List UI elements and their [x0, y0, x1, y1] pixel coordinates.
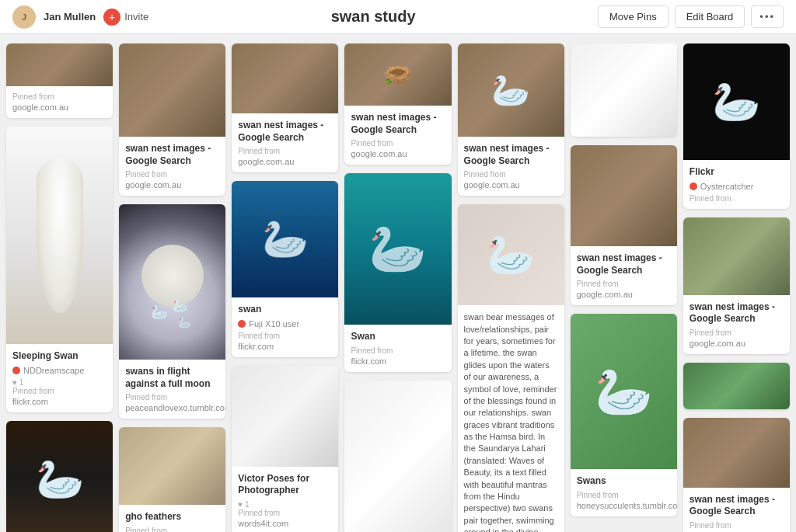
pin-user-name: Oystercatcher: [700, 182, 753, 191]
pin-card[interactable]: 🦢 Black Swan Taxidermy Bird Mount #11957…: [6, 421, 113, 532]
pin-user-name: Fuji X10 user: [249, 319, 299, 329]
pin-board: Pinned fromgoogle.com.au Sleeping Swan N…: [0, 34, 796, 532]
pin-card[interactable]: swan nest images - Google SearchPinned f…: [683, 217, 790, 354]
pin-card[interactable]: 🦢 swan bear messages of love/relationshi…: [458, 204, 564, 532]
invite-button[interactable]: + Invite: [103, 9, 148, 26]
header-right: Move Pins Edit Board •••: [598, 5, 784, 28]
pin-title: swan nest images - Google Search: [351, 112, 445, 136]
pin-description: swan bear messages of love/relationships…: [464, 311, 558, 532]
pin-card[interactable]: swan nest images - Google SearchPinned f…: [683, 418, 790, 532]
pin-source: google.com.au: [577, 290, 671, 299]
pin-card[interactable]: 🦢 swan Fuji X10 user Pinned fromflickr.c…: [232, 181, 338, 357]
more-options-button[interactable]: •••: [751, 5, 784, 28]
pin-title: Swans: [577, 475, 671, 488]
pin-source-label: Pinned from: [238, 332, 332, 340]
pin-source: google.com.au: [464, 180, 558, 190]
pin-card[interactable]: 🪹 swan nest images - Google SearchPinned…: [344, 43, 451, 165]
pin-card[interactable]: swan nest images - Google SearchPinned f…: [232, 43, 338, 172]
pin-card[interactable]: 🦢 swan nest images - Google SearchPinned…: [458, 43, 564, 196]
user-avatar[interactable]: J: [12, 5, 36, 29]
pin-source-label: Pinned from: [577, 491, 671, 499]
pin-body: swan nest images - Google SearchPinned f…: [683, 488, 790, 532]
pin-source-label: Pinned from: [238, 509, 332, 517]
pin-body: gho feathersPinned from: [119, 505, 225, 532]
pin-body: swan Fuji X10 user Pinned fromflickr.com: [232, 297, 338, 357]
pin-title: swan nest images - Google Search: [577, 252, 671, 276]
pin-body: swan nest images - Google SearchPinned f…: [683, 295, 790, 354]
pin-title: gho feathers: [125, 511, 219, 523]
pin-user-name: NDDreamscape: [23, 366, 84, 375]
pin-card[interactable]: 🦢 SwansPinned fromhoneysucculents.tumblr…: [571, 314, 677, 516]
pin-source: google.com.au: [238, 157, 332, 166]
pin-source: google.com.au: [351, 149, 445, 158]
pin-card[interactable]: Sleeping Swan NDDreamscape ♥ 1Pinned fro…: [6, 127, 113, 412]
pin-body: swan nest images - Google SearchPinned f…: [119, 137, 225, 196]
pin-body: Pinned fromgoogle.com.au: [6, 86, 113, 118]
pin-user: Oystercatcher: [690, 182, 784, 191]
pin-source-label: Pinned from: [577, 280, 671, 288]
pin-body: swan bear messages of love/relationships…: [458, 305, 564, 532]
pin-source-label: Pinned from: [351, 346, 445, 355]
pin-source: words4it.com: [238, 519, 332, 528]
pin-source-label: Pinned from: [125, 527, 219, 532]
header-left: J Jan Mullen + Invite: [12, 5, 148, 29]
pin-source-label: Pinned from: [125, 170, 219, 179]
pin-card[interactable]: swan nest images - Google SearchPinned f…: [571, 145, 677, 305]
pin-body: swan nest images - Google SearchPinned f…: [458, 137, 564, 196]
pin-source-label: Pinned from: [125, 393, 219, 402]
pin-user-dot: [690, 183, 697, 190]
pin-card[interactable]: [683, 363, 790, 409]
pin-body: Sleeping Swan NDDreamscape ♥ 1Pinned fro…: [6, 344, 113, 412]
pin-source: honeysucculents.tumblr.com: [577, 501, 671, 510]
pin-card[interactable]: swan nest images - Google SearchPinned f…: [119, 43, 225, 196]
invite-icon: +: [103, 9, 120, 26]
pin-user-dot: [238, 320, 246, 328]
pin-body: SwanPinned fromflickr.com: [344, 325, 451, 372]
pin-source-label: Pinned from: [238, 147, 332, 155]
pin-source-label: Pinned from: [464, 170, 558, 179]
pin-card[interactable]: 🦢 🦢 🦢 swans in flight against a full moo…: [119, 204, 225, 419]
pin-source: flickr.com: [12, 397, 106, 406]
pin-card[interactable]: 🦢 SwanPinned fromflickr.com: [344, 173, 451, 372]
pin-source: flickr.com: [238, 342, 332, 351]
move-pins-button[interactable]: Move Pins: [598, 5, 669, 28]
pin-user: NDDreamscape: [12, 366, 106, 375]
pin-user: Fuji X10 user: [238, 319, 332, 329]
pin-body: Flickr Oystercatcher Pinned from: [683, 160, 790, 209]
pin-source-label: Pinned from: [351, 139, 445, 148]
app-header: J Jan Mullen + Invite swan study Move Pi…: [0, 0, 796, 34]
pin-card[interactable]: Pinned fromgoogle.com.au: [6, 43, 113, 118]
pin-body: swans in flight against a full moonPinne…: [119, 360, 225, 419]
user-name[interactable]: Jan Mullen: [44, 11, 96, 23]
pin-title: swan nest images - Google Search: [238, 120, 332, 144]
pin-title: Swan: [351, 331, 445, 343]
pin-source: google.com.au: [690, 339, 784, 348]
pin-title: swan nest images - Google Search: [690, 301, 784, 325]
pin-title: swan nest images - Google Search: [464, 143, 558, 167]
pin-source-label: Pinned from: [690, 521, 784, 530]
pin-card[interactable]: gho feathersPinned from: [119, 427, 225, 532]
pin-source-label: Pinned from: [690, 329, 784, 337]
pin-likes: ♥ 1: [12, 378, 106, 387]
pin-title: swans in flight against a full moon: [125, 366, 219, 390]
pin-source: google.com.au: [12, 103, 106, 112]
board-title: swan study: [331, 8, 416, 26]
pin-card[interactable]: [571, 43, 677, 137]
pin-title: swan nest images - Google Search: [690, 494, 784, 518]
edit-board-button[interactable]: Edit Board: [675, 5, 745, 28]
pin-body: swan nest images - Google SearchPinned f…: [571, 246, 677, 305]
pin-card[interactable]: Victor Poses for Photographer♥ 1Pinned f…: [232, 366, 338, 532]
pin-body: SwansPinned fromhoneysucculents.tumblr.c…: [571, 469, 677, 516]
pin-source-label: Pinned from: [12, 92, 106, 101]
pin-title: Victor Poses for Photographer: [238, 473, 332, 497]
pin-likes: ♥ 1: [238, 500, 332, 509]
pin-source: google.com.au: [125, 180, 219, 190]
pin-title: swan nest images - Google Search: [125, 143, 219, 167]
pin-title: Flickr: [690, 166, 784, 179]
pin-source: flickr.com: [351, 356, 445, 366]
pin-source: peaceandlovexo.tumblr.com: [125, 403, 219, 412]
pin-card[interactable]: [344, 381, 451, 532]
pin-card[interactable]: 🦢 Flickr Oystercatcher Pinned from: [683, 43, 790, 209]
pin-body: Victor Poses for Photographer♥ 1Pinned f…: [232, 467, 338, 532]
pin-title: swan: [238, 304, 332, 316]
